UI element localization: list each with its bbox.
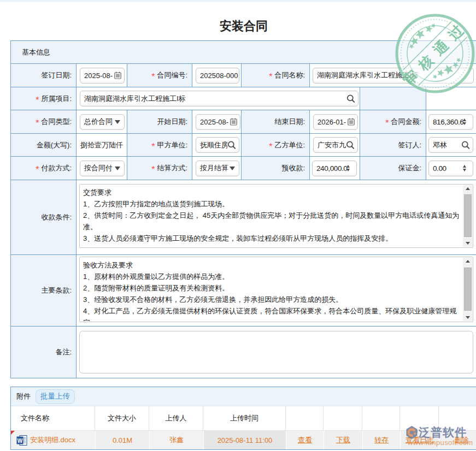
svg-text:W: W — [17, 437, 23, 443]
